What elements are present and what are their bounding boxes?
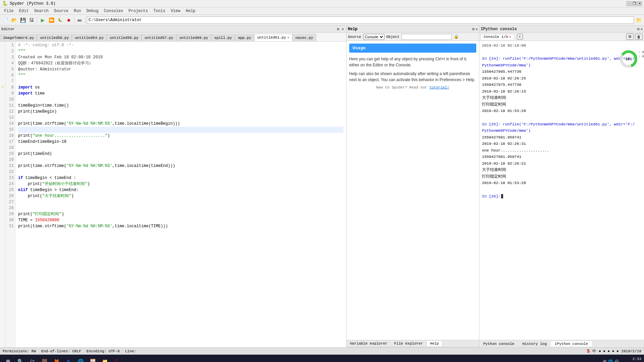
code-content[interactable]: # -*- coding: utf-8 -*- """ Created on M…: [15, 42, 346, 347]
margin-cell-29: [0, 210, 5, 217]
save-button[interactable]: 💾: [19, 16, 27, 24]
help-right-controls[interactable]: ⊟ ✕: [472, 27, 478, 31]
tab-untitled60[interactable]: untitled60.py: [176, 34, 211, 41]
tab-nasec[interactable]: nasec.py: [292, 34, 316, 41]
title-bar-title: Spyder (Python 3.6): [10, 1, 56, 6]
new-file-button[interactable]: 📄: [1, 16, 9, 24]
line-label: Line:: [125, 349, 136, 353]
options-btn[interactable]: ⚙: [626, 34, 634, 40]
python-console-tab[interactable]: Python console: [479, 341, 518, 347]
tab-label: nasec.py: [296, 36, 313, 40]
stop-button[interactable]: ■: [65, 16, 73, 24]
console-minimize-btn[interactable]: ⊟: [637, 27, 639, 31]
tab-imagetoword[interactable]: ImageToWord.py: [0, 34, 37, 41]
menu-item-help[interactable]: Help: [183, 8, 198, 14]
ln-10: 10: [5, 97, 14, 103]
run-button[interactable]: ▶: [39, 16, 47, 24]
editor-close-btn[interactable]: ✕: [341, 27, 345, 32]
menu-item-consoles[interactable]: Consoles: [101, 8, 126, 14]
menu-item-tools[interactable]: Tools: [151, 8, 168, 14]
source-select[interactable]: Console: [363, 34, 384, 40]
ie-icon[interactable]: e: [63, 356, 74, 362]
margin-cell-12: [0, 108, 5, 114]
margin-cell-27: [0, 198, 5, 204]
menu-item-file[interactable]: File: [1, 8, 16, 14]
spyder-taskbar-icon[interactable]: S: [111, 356, 122, 362]
tab-untitled50[interactable]: untitled50.py: [37, 34, 72, 41]
save-all-button[interactable]: 🖫: [28, 16, 36, 24]
step-button[interactable]: ⏭: [76, 16, 84, 24]
tab-untitled56[interactable]: untitled56.py: [107, 34, 142, 41]
task-view-icon[interactable]: 🗂: [27, 356, 38, 362]
margin-cell-24: [0, 180, 5, 186]
tab-close-btn[interactable]: ✕: [287, 36, 289, 40]
menu-item-projects[interactable]: Projects: [126, 8, 151, 14]
tab-untitled57[interactable]: untitled57.py: [142, 34, 176, 41]
console-content[interactable]: 60% ↑ 0.5% ↓ 0.5% 2019-02-18 02:10:00 In…: [479, 41, 644, 340]
tutorial-link[interactable]: tutorial!: [429, 85, 449, 89]
console-tab-1[interactable]: Console 1/A ✕: [481, 34, 514, 40]
menu-item-search[interactable]: Search: [32, 8, 51, 14]
tab-app[interactable]: app.py: [235, 34, 254, 41]
open-file-button[interactable]: 📂: [10, 16, 18, 24]
margin-cell-30: [0, 217, 5, 223]
ln-29: 29: [5, 211, 14, 217]
margin-cell-19: [0, 150, 5, 156]
help-close-btn[interactable]: ✕: [476, 27, 478, 31]
ln-25: 25: [5, 187, 14, 193]
start-button[interactable]: ⊞: [3, 356, 13, 362]
store-icon[interactable]: 🪟: [87, 356, 98, 362]
search-taskbar-icon[interactable]: 🔍: [15, 356, 25, 362]
ln-4: 4: [5, 60, 14, 66]
browse-button[interactable]: 📁: [635, 16, 643, 24]
editor-minimize-btn[interactable]: ⊟: [336, 27, 340, 32]
edge-icon[interactable]: 🌐: [75, 356, 86, 362]
source-label: Source: [348, 35, 361, 39]
tab-spill[interactable]: spill.py: [211, 34, 235, 41]
file-explorer-tab[interactable]: File explorer: [391, 341, 426, 346]
ln-22: 22: [5, 169, 14, 175]
variable-explorer-tab[interactable]: Variable explorer: [346, 341, 391, 346]
object-input[interactable]: [401, 34, 452, 40]
ipython-console-tab[interactable]: IPython console: [551, 341, 592, 347]
new-console-btn[interactable]: +: [517, 34, 523, 40]
tab-untitled54[interactable]: untitled54.py: [72, 34, 107, 41]
tab-untitled61[interactable]: untitled61.py ✕: [254, 34, 292, 41]
browser-icon-1[interactable]: 🐻: [39, 356, 50, 362]
menu-item-debug[interactable]: Debug: [84, 8, 101, 14]
encoding-label: Encoding: UTF-8: [87, 349, 120, 353]
restore-button[interactable]: ❐: [632, 1, 637, 6]
lock-icon[interactable]: 🔒: [454, 34, 459, 39]
console-close-btn[interactable]: ✕: [641, 27, 643, 31]
minimize-button[interactable]: –: [627, 1, 631, 6]
console-header-controls[interactable]: ⊟ ✕: [637, 27, 643, 31]
margin-cell-2: [0, 48, 5, 54]
browser-icon-2[interactable]: 🦊: [51, 356, 62, 362]
ln-8: 8: [5, 84, 14, 90]
margin-cell-23: [0, 174, 5, 180]
run-cell-button[interactable]: ⏩: [47, 16, 55, 24]
path-input[interactable]: [87, 16, 634, 24]
title-bar-controls[interactable]: – ❐ ✕: [627, 1, 642, 6]
menu-item-view[interactable]: View: [168, 8, 183, 14]
close-button[interactable]: ✕: [637, 1, 642, 6]
help-minimize-btn[interactable]: ⊟: [472, 27, 474, 31]
clear-btn[interactable]: 🗑: [635, 34, 643, 40]
ln-2: 2: [5, 48, 14, 54]
menu-item-run[interactable]: Run: [71, 8, 84, 14]
code-line-3: Created on Mon Feb 18 02:00:10 2019: [18, 54, 343, 60]
code-line-15: [18, 127, 343, 133]
code-line-5: @author: Administrator: [18, 66, 343, 72]
explorer-icon[interactable]: 📁: [99, 356, 110, 362]
console-header: IPython console ⊟ ✕: [479, 25, 644, 33]
ln-30: 30: [5, 217, 14, 223]
editor-header-right[interactable]: ⊟ ✕: [336, 27, 345, 32]
console-out-14: 打印固定时间: [482, 173, 641, 180]
menu-item-edit[interactable]: Edit: [16, 8, 32, 14]
console-tab-close[interactable]: ✕: [509, 35, 511, 39]
debug-button[interactable]: 🐛: [56, 16, 64, 24]
history-log-tab[interactable]: History log: [518, 341, 551, 347]
help-tab-vf[interactable]: Help: [426, 341, 442, 346]
donut-labels: ↑ 0.5% ↓ 0.5%: [639, 50, 644, 59]
menu-item-source[interactable]: Source: [51, 8, 71, 14]
